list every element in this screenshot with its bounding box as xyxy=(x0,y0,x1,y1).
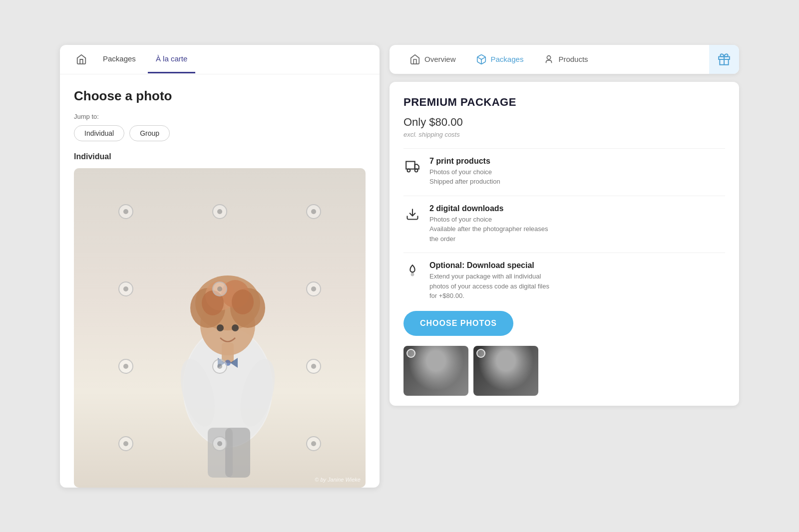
nav-overview-label: Overview xyxy=(424,55,456,63)
feature-optional: Optional: Download special Extend your p… xyxy=(403,261,725,301)
page-title: Choose a photo xyxy=(74,88,366,104)
nav-packages-label: Packages xyxy=(491,55,524,63)
feature-download-text: 2 digital downloads Photos of your choic… xyxy=(429,204,725,244)
preview-thumbnails xyxy=(403,346,725,406)
jump-group-button[interactable]: Group xyxy=(129,125,170,141)
nav-products[interactable]: Products xyxy=(533,45,598,74)
dot-cell-8[interactable] xyxy=(173,328,267,405)
nav-products-label: Products xyxy=(558,55,588,63)
choose-photos-button[interactable]: CHOOSE PHOTOS xyxy=(403,311,513,336)
select-dot-5[interactable] xyxy=(212,281,227,296)
tab-home-icon[interactable] xyxy=(72,45,91,74)
select-dot-9[interactable] xyxy=(306,359,321,374)
feature-print-title: 7 print products xyxy=(429,157,725,166)
feature-download: 2 digital downloads Photos of your choic… xyxy=(403,204,725,244)
feature-optional-text: Optional: Download special Extend your p… xyxy=(429,261,725,301)
svg-marker-23 xyxy=(415,164,419,169)
svg-point-19 xyxy=(547,55,551,59)
svg-point-24 xyxy=(407,169,410,172)
dot-cell-5[interactable] xyxy=(173,251,267,328)
jump-to-label: Jump to: xyxy=(74,113,366,120)
package-price-sub: excl. shipping costs xyxy=(403,131,725,138)
select-dot-6[interactable] xyxy=(306,281,321,296)
select-dot-11[interactable] xyxy=(212,436,227,451)
feature-optional-title: Optional: Download special xyxy=(429,261,725,270)
download-icon xyxy=(403,205,421,223)
tab-bar: Packages À la carte xyxy=(60,45,380,74)
nav-overview[interactable]: Overview xyxy=(400,45,466,74)
feature-download-desc: Photos of your choice Available after th… xyxy=(429,215,725,244)
dot-cell-3[interactable] xyxy=(267,173,361,251)
divider-1 xyxy=(403,148,725,149)
package-title: PREMIUM PACKAGE xyxy=(403,96,725,109)
tab-packages[interactable]: Packages xyxy=(95,45,144,73)
dot-cell-7[interactable] xyxy=(79,328,173,405)
individual-section-label: Individual xyxy=(74,152,366,161)
selection-dot-grid xyxy=(79,173,361,483)
select-dot-1[interactable] xyxy=(118,204,133,219)
select-dot-2[interactable] xyxy=(212,204,227,219)
fire-icon xyxy=(403,262,421,280)
jump-buttons: Individual Group xyxy=(74,125,366,141)
select-dot-8[interactable] xyxy=(212,359,227,374)
dot-cell-4[interactable] xyxy=(79,251,173,328)
right-panel: Overview Packages Products xyxy=(380,45,739,488)
thumb-select-dot-1 xyxy=(406,349,415,358)
photo-grid-area[interactable]: © by Janine Wieke xyxy=(74,168,366,488)
thumb-image-1 xyxy=(403,346,468,396)
package-price: Only $80.00 xyxy=(403,116,725,129)
gift-button[interactable] xyxy=(709,45,739,74)
thumb-select-dot-2 xyxy=(476,349,485,358)
svg-point-25 xyxy=(415,169,418,172)
left-content: Choose a photo Jump to: Individual Group… xyxy=(60,74,380,488)
preview-thumb-2[interactable] xyxy=(473,346,538,396)
left-panel: Packages À la carte Choose a photo Jump … xyxy=(60,45,380,488)
dot-cell-6[interactable] xyxy=(267,251,361,328)
preview-thumb-1[interactable] xyxy=(403,346,468,396)
photo-content xyxy=(74,168,366,488)
dot-cell-12[interactable] xyxy=(267,405,361,483)
feature-download-title: 2 digital downloads xyxy=(429,204,725,213)
dot-cell-1[interactable] xyxy=(79,173,173,251)
select-dot-7[interactable] xyxy=(118,359,133,374)
feature-print-text: 7 print products Photos of your choice S… xyxy=(429,157,725,187)
dot-cell-10[interactable] xyxy=(79,405,173,483)
tab-alacarte[interactable]: À la carte xyxy=(148,45,195,73)
divider-2 xyxy=(403,196,725,196)
select-dot-12[interactable] xyxy=(306,436,321,451)
app-container: Packages À la carte Choose a photo Jump … xyxy=(60,45,739,488)
photo-copyright: © by Janine Wieke xyxy=(315,477,361,483)
truck-icon xyxy=(403,158,421,176)
select-dot-3[interactable] xyxy=(306,204,321,219)
svg-rect-22 xyxy=(406,161,415,169)
dot-cell-11[interactable] xyxy=(173,405,267,483)
right-nav: Overview Packages Products xyxy=(390,45,739,74)
feature-print-desc: Photos of your choice Shipped after prod… xyxy=(429,167,725,187)
feature-optional-desc: Extend your package with all individual … xyxy=(429,271,725,301)
feature-print: 7 print products Photos of your choice S… xyxy=(403,157,725,187)
nav-packages[interactable]: Packages xyxy=(466,45,534,74)
divider-3 xyxy=(403,253,725,253)
dot-cell-2[interactable] xyxy=(173,173,267,251)
thumb-image-2 xyxy=(473,346,538,396)
package-card: PREMIUM PACKAGE Only $80.00 excl. shippi… xyxy=(390,82,739,406)
dot-cell-9[interactable] xyxy=(267,328,361,405)
select-dot-10[interactable] xyxy=(118,436,133,451)
select-dot-4[interactable] xyxy=(118,281,133,296)
jump-individual-button[interactable]: Individual xyxy=(74,125,124,141)
